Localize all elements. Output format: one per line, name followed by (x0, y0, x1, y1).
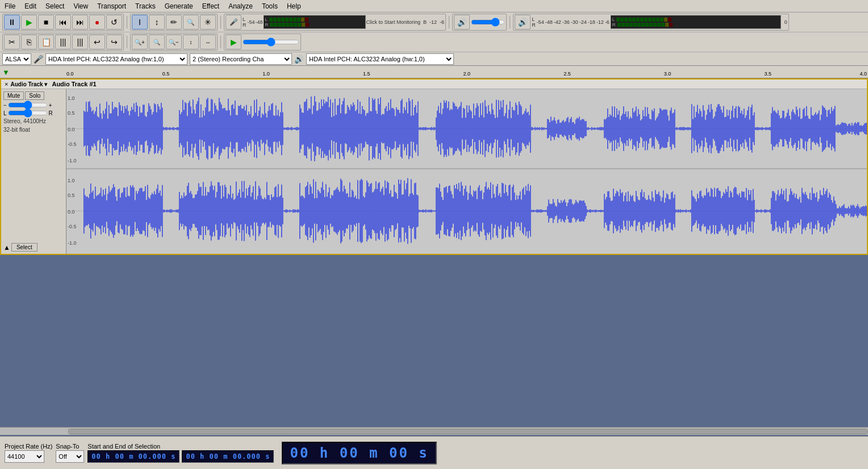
main-time-display: 00 h 00 m 00 s (282, 442, 436, 464)
redo-button[interactable]: ↪ (106, 35, 122, 49)
record-button[interactable]: ● (89, 15, 105, 30)
waveform-canvas[interactable] (66, 89, 867, 254)
zoom-in-button[interactable]: 🔍+ (132, 35, 148, 49)
edit-tools-group: ✂ ⎘ 📋 ||| ||| ↩ ↪ (2, 34, 124, 51)
input-device-select[interactable]: HDA Intel PCH: ALC3232 Analog (hw:1,0) (45, 53, 187, 65)
pan-row: L R (2, 109, 65, 117)
select-button[interactable]: Select (11, 243, 37, 252)
pb-val8: -12 (596, 19, 604, 25)
track-title: Audio Track #1 (52, 81, 863, 87)
silence-button[interactable]: ||| (72, 35, 88, 49)
menu-file[interactable]: File (0, 1, 20, 11)
zoom-fit-v-button[interactable]: ↕ (183, 35, 199, 49)
meter-click-label[interactable]: Click to Start Monitoring (366, 19, 421, 25)
vu-playback[interactable]: L R (611, 15, 781, 29)
lr-label-record: L (243, 16, 247, 22)
separator4 (510, 16, 510, 28)
pb-val2: -48 (545, 19, 553, 25)
scrollbar-thumb[interactable] (69, 429, 867, 434)
separator5 (127, 36, 127, 48)
pan-r: R (49, 110, 53, 116)
output-device-select[interactable]: HDA Intel PCH: ALC3232 Analog (hw:1,0) (306, 53, 454, 65)
loop-button[interactable]: ↺ (106, 15, 122, 30)
snap-to-area: Snap-To Off (56, 443, 84, 463)
tracks-area: × Audio Track ▾ Audio Track #1 Mute Solo… (0, 78, 868, 255)
meter-val2: -48 (256, 19, 263, 25)
host-select[interactable]: ALSA (2, 53, 31, 65)
timeline-ruler[interactable]: ▼ 0.0 0.5 1.0 1.5 2.0 2.5 3.0 3.5 4.0 (0, 66, 868, 78)
mic-button[interactable]: 🎤 (226, 15, 241, 30)
scrollbar-track[interactable] (68, 429, 868, 434)
menu-analyze[interactable]: Analyze (224, 1, 257, 11)
speaker-icon-button[interactable]: 🔊 (294, 55, 304, 64)
timeline-25: 2.5 (564, 71, 571, 77)
menu-edit[interactable]: Edit (20, 1, 41, 11)
selection-area: Start and End of Selection 00 h 00 m 00.… (87, 443, 274, 463)
trim-button[interactable]: ||| (55, 35, 71, 49)
project-rate-select[interactable]: 44100 (5, 450, 44, 463)
selection-label: Start and End of Selection (87, 443, 274, 450)
snap-to-select[interactable]: Off (56, 450, 84, 463)
menu-generate[interactable]: Generate (160, 1, 198, 11)
playback-speed-group: ▶ (224, 34, 301, 51)
track-waveform[interactable] (66, 89, 867, 254)
skip-fwd-button[interactable]: ⏭ (72, 15, 88, 30)
meter-val4: -12 (429, 19, 437, 25)
mic-icon-button[interactable]: 🎤 (34, 55, 43, 64)
zoom-out-button[interactable]: 🔍− (166, 35, 182, 49)
track-name-dropdown[interactable]: Audio Track ▾ (10, 81, 47, 87)
menu-view[interactable]: View (69, 1, 93, 11)
menu-effect[interactable]: Effect (198, 1, 224, 11)
zoom-fit-h-button[interactable]: ↔ (200, 35, 216, 49)
play-button[interactable]: ▶ (21, 15, 37, 30)
gain-plus: + (49, 102, 52, 108)
envelope-tool-button[interactable]: ↕ (149, 15, 165, 30)
gain-slider[interactable] (8, 102, 48, 108)
pan-slider[interactable] (8, 110, 48, 116)
tools-group: I ↕ ✏ 🔍 ✳ (130, 14, 218, 31)
menu-tools[interactable]: Tools (257, 1, 282, 11)
skip-back-button[interactable]: ⏮ (55, 15, 71, 30)
undo-button[interactable]: ↩ (89, 35, 105, 49)
paste-button[interactable]: 📋 (38, 35, 54, 49)
pb-val7: -18 (588, 19, 595, 25)
track-1: × Audio Track ▾ Audio Track #1 Mute Solo… (0, 78, 868, 255)
track-title-bar: × Audio Track ▾ Audio Track #1 (1, 79, 867, 89)
zoom-normal-button[interactable]: 🔍 (149, 35, 165, 49)
zoom-tool-button[interactable]: 🔍 (183, 15, 199, 30)
speaker2-button[interactable]: 🔊 (515, 15, 531, 30)
playback-speed-slider[interactable] (243, 39, 299, 45)
mute-button[interactable]: Mute (3, 91, 24, 100)
pb-val10: 0 (784, 19, 787, 25)
empty-area (0, 255, 868, 368)
meter-val3: B (423, 19, 427, 25)
zoom-tools-group: 🔍+ 🔍 🔍− ↕ ↔ (130, 34, 218, 51)
stop-button[interactable]: ■ (38, 15, 54, 30)
menu-select[interactable]: Select (41, 1, 69, 11)
selection-times: 00 h 00 m 00.000 s 00 h 00 m 00.000 s (87, 450, 274, 463)
menu-help[interactable]: Help (282, 1, 306, 11)
separator6 (220, 36, 221, 48)
cut-button[interactable]: ✂ (4, 35, 20, 49)
pause-button[interactable]: ⏸ (4, 15, 20, 30)
solo-button[interactable]: Solo (25, 91, 44, 100)
menu-tracks[interactable]: Tracks (131, 1, 160, 11)
output-volume-slider[interactable] (471, 19, 505, 26)
track-resize-arrow[interactable]: ▲ (3, 244, 10, 252)
pb-val5: -30 (571, 19, 578, 25)
draw-tool-button[interactable]: ✏ (166, 15, 182, 30)
select-tool-button[interactable]: I (132, 15, 148, 30)
multi-tool-button[interactable]: ✳ (200, 15, 216, 30)
menu-transport[interactable]: Transport (93, 1, 131, 11)
meter-val1: -54 (248, 19, 255, 25)
pan-l: L (3, 110, 7, 116)
copy-button[interactable]: ⎘ (21, 35, 37, 49)
horizontal-scrollbar[interactable] (0, 427, 868, 435)
menu-bar: File Edit Select View Transport Tracks G… (0, 0, 868, 12)
transport-group: ⏸ ▶ ■ ⏮ ⏭ ● ↺ (2, 14, 124, 31)
vu-record[interactable]: L R (264, 15, 366, 29)
track-close-btn[interactable]: × (5, 81, 8, 87)
play-speed-button[interactable]: ▶ (226, 35, 241, 49)
input-channels-select[interactable]: 2 (Stereo) Recording Cha (190, 53, 292, 65)
speaker-button[interactable]: 🔊 (454, 15, 470, 30)
